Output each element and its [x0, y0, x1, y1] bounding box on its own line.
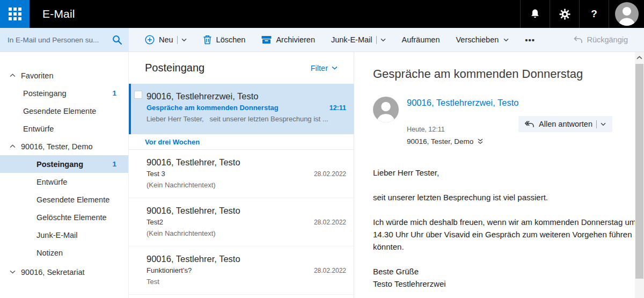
chevron-down-icon[interactable]	[181, 38, 187, 42]
sweep-button[interactable]: Aufräumen	[402, 35, 440, 44]
sender-avatar	[373, 97, 399, 122]
sidebar-item-posteingang-selected[interactable]: Posteingang 1	[0, 155, 128, 173]
sidebar-item-posteingang-fav[interactable]: Posteingang 1	[0, 84, 128, 102]
sidebar-item-entwuerfe[interactable]: Entwürfe	[0, 173, 128, 191]
junk-button[interactable]: Junk-E-Mail	[331, 35, 386, 44]
chevron-down-icon[interactable]	[10, 270, 16, 274]
chevron-down-icon[interactable]	[380, 38, 386, 42]
body-paragraph: Testo Testlehrerzwei	[373, 278, 635, 290]
app-title: E-Mail	[42, 8, 75, 20]
split-divider	[596, 120, 597, 128]
message-header: 90016, Testlehrerzwei, Testo Allen antwo…	[373, 96, 612, 152]
mail-date: 28.02.2022	[314, 219, 346, 226]
message-recipient[interactable]: 90016, Tester, Demo	[407, 137, 612, 146]
mail-toolbar: Neu Löschen Archivieren Junk-E-Mail	[129, 28, 644, 52]
body-paragraph: Lieber Herr Tester,	[373, 166, 635, 179]
group-label: 90016, Tester, Demo	[21, 142, 93, 151]
mail-preview: Test	[147, 278, 346, 286]
help-button[interactable]: ?	[579, 0, 609, 28]
message-list-header: Posteingang Filter	[129, 52, 354, 84]
select-checkbox[interactable]	[134, 91, 142, 99]
mail-sender: 90016, Testlehrer, Testo	[147, 156, 346, 169]
archive-label: Archivieren	[276, 35, 315, 44]
avatar	[615, 2, 639, 26]
new-mail-label: Neu	[159, 35, 173, 44]
mail-subject: Gespräche am kommenden Donnerstag	[147, 104, 279, 112]
plus-circle-icon	[145, 35, 155, 45]
group-sekretariat[interactable]: 90016, Sekretariat	[0, 263, 128, 281]
mail-preview: (Kein Nachrichtentext)	[147, 181, 346, 189]
gear-icon	[559, 9, 570, 20]
mail-list-item[interactable]: 90016, Testlehrer, Testo Test 3 28.02.20…	[129, 150, 354, 198]
help-icon: ?	[591, 8, 597, 20]
folder-label: Gesendete Elemente	[36, 195, 109, 204]
list-group-header: Vor drei Wochen	[129, 134, 354, 150]
archive-button[interactable]: Archivieren	[261, 35, 315, 44]
new-mail-button[interactable]: Neu	[145, 35, 187, 45]
mail-sender: 90016, Testlehrerzwei, Testo	[147, 90, 346, 103]
filter-label: Filter	[311, 64, 328, 72]
settings-button[interactable]	[550, 0, 579, 28]
delete-label: Löschen	[216, 35, 246, 44]
reading-pane-scrollbar[interactable]	[635, 52, 644, 298]
move-button[interactable]: Verschieben	[456, 35, 509, 44]
reply-all-button[interactable]: Allen antworten	[518, 116, 612, 132]
move-label: Verschieben	[456, 35, 499, 44]
folder-label: Entwürfe	[36, 178, 67, 186]
recipient-label: 90016, Tester, Demo	[407, 137, 473, 146]
mail-list-item[interactable]: 90016, Testlehrerzwei, Testo Gespräche a…	[129, 84, 354, 134]
sender-name-link[interactable]: 90016, Testlehrerzwei, Testo	[407, 96, 612, 108]
notifications-button[interactable]	[520, 0, 550, 28]
chevron-down-icon[interactable]	[601, 122, 606, 126]
group-label: Favoriten	[21, 71, 53, 80]
top-bar: E-Mail	[0, 0, 644, 28]
search-input[interactable]	[8, 36, 112, 44]
folder-label: Gesendete Elemente	[23, 107, 96, 115]
delete-button[interactable]: Löschen	[203, 35, 246, 45]
chevron-down-icon	[332, 66, 338, 70]
unread-count-badge: 1	[112, 160, 116, 168]
sidebar-item-geloeschte[interactable]: Gelöschte Elemente	[0, 208, 128, 226]
undo-button: Rückgängig	[573, 35, 628, 44]
sweep-label: Aufräumen	[402, 35, 440, 44]
more-commands-button[interactable]: •••	[525, 35, 535, 45]
body-paragraph: Ich würde mich deshalb freuen, wenn wir …	[373, 216, 635, 253]
filter-button[interactable]: Filter	[311, 64, 338, 72]
junk-label: Junk-E-Mail	[331, 35, 372, 44]
mail-list-item[interactable]: 90016, Testlehrer, Testo Test2 28.02.202…	[129, 198, 354, 246]
mail-date: 28.02.2022	[314, 267, 346, 274]
chevron-up-icon[interactable]	[10, 74, 16, 77]
sidebar-item-gesendete-fav[interactable]: Gesendete Elemente	[0, 102, 128, 120]
split-divider	[376, 36, 377, 44]
message-list-pane: Posteingang Filter 90016, Testlehrerzwei…	[129, 52, 354, 298]
chevron-up-icon[interactable]	[10, 144, 16, 148]
search-box[interactable]	[0, 28, 129, 52]
account-button[interactable]	[609, 0, 644, 28]
group-favoriten[interactable]: Favoriten	[0, 67, 128, 84]
search-icon[interactable]	[112, 35, 122, 45]
sidebar-item-entwuerfe-fav[interactable]: Entwürfe	[0, 120, 128, 137]
sidebar-item-notizen[interactable]: Notizen	[0, 244, 128, 261]
group-tester-demo[interactable]: 90016, Tester, Demo	[0, 137, 128, 155]
mail-app-window: E-Mail	[0, 0, 644, 298]
folder-label: Junk-E-Mail	[36, 231, 78, 239]
folder-label: Posteingang	[23, 89, 67, 98]
folder-label: Gelöschte Elemente	[36, 213, 107, 222]
mail-preview: Lieber Herr Tester, seit unserer letzten…	[147, 115, 346, 123]
scrollbar-thumb[interactable]	[635, 64, 643, 279]
folder-label: Posteingang	[36, 160, 83, 169]
undo-icon	[573, 36, 582, 44]
reading-pane: Gespräche am kommenden Donnerstag 90016,…	[354, 52, 635, 298]
mail-sender: 90016, Testlehrer, Testo	[147, 204, 346, 217]
mail-preview: (Kein Nachrichtentext)	[147, 229, 346, 237]
bell-icon	[530, 9, 540, 19]
scroll-up-arrow[interactable]	[635, 53, 644, 62]
mail-subject: Funktioniert's?	[147, 266, 192, 274]
message-body: Lieber Herr Tester, seit unserer letzten…	[373, 166, 635, 290]
group-label: 90016, Sekretariat	[21, 268, 85, 277]
mail-date: 28.02.2022	[314, 170, 346, 178]
sidebar-item-gesendete[interactable]: Gesendete Elemente	[0, 191, 128, 208]
mail-list-item[interactable]: 90016, Testlehrer, Testo Funktioniert's?…	[129, 246, 354, 295]
app-launcher-button[interactable]	[0, 0, 30, 28]
sidebar-item-junk[interactable]: Junk-E-Mail	[0, 226, 128, 244]
